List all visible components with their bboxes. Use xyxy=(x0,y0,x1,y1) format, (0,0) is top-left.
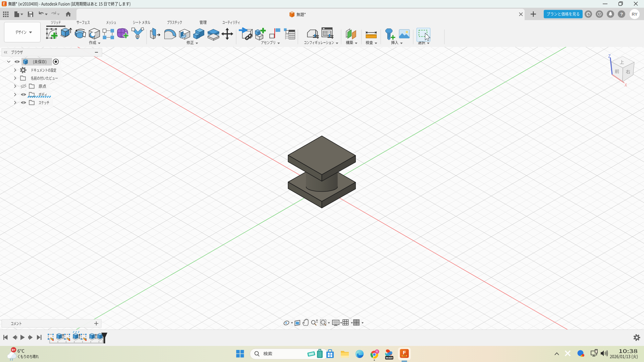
svg-text:FUS: FUS xyxy=(403,355,406,357)
svg-text:M365: M365 xyxy=(386,356,393,359)
svg-text:RY: RY xyxy=(632,12,638,17)
svg-text:R: R xyxy=(376,350,378,353)
svg-text:F: F xyxy=(403,350,406,355)
svg-text:?: ? xyxy=(620,12,623,17)
svg-text:9+: 9+ xyxy=(12,348,15,352)
